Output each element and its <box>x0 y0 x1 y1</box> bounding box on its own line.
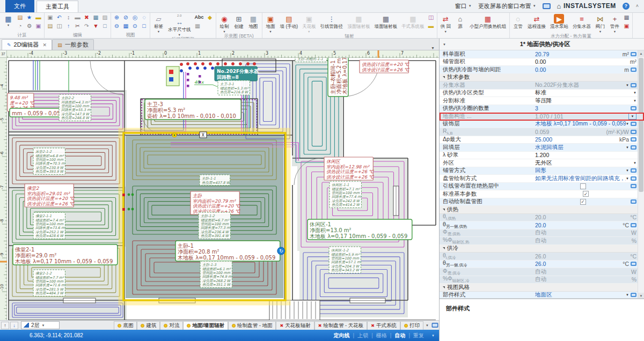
zoom-window-icon[interactable]: □ <box>140 22 148 30</box>
supply-node[interactable] <box>186 62 189 65</box>
link-monitor-icon[interactable] <box>631 262 636 266</box>
property-row-地面构造 ...[interactable]: 地面构造 ...1.070 / 101▼ <box>440 113 644 121</box>
schematic-draw-button[interactable]: ◉绘制▼ <box>218 13 231 33</box>
doc-tabs-more[interactable]: ▼ <box>431 46 435 50</box>
return-node[interactable] <box>211 66 214 69</box>
valve-button[interactable]: ⋈阀门▼ <box>594 13 607 33</box>
loop-label[interactable]: 休闲区-1-2铺设面积=5.9 m²管间距=100 mm回路长度=57.1 m冷… <box>329 247 361 273</box>
room-floor[interactable] <box>9 134 123 188</box>
wall-manual-button[interactable]: ▤墙 (手动) <box>279 13 300 30</box>
view-grid-icon[interactable]: ▦ <box>122 22 130 30</box>
paste-icon[interactable]: ▤ <box>46 22 54 30</box>
measure-icon[interactable]: ▬ <box>74 13 82 21</box>
manifold-label[interactable]: No.202F分集水器回路数=8 <box>215 66 259 81</box>
link-monitor-icon[interactable] <box>631 145 636 150</box>
loop-label[interactable]: 床垫2-1-2铺设面积=6.8 m²管间距=100 mm回路长度=70.5 m冷… <box>33 148 65 174</box>
checkbox[interactable] <box>580 183 586 189</box>
close-icon[interactable]: ✕ <box>43 42 47 48</box>
view-tab-打印[interactable]: 打印 <box>400 321 423 330</box>
supply-node[interactable] <box>201 62 204 65</box>
property-row-供热/供冷面与墙的间距[interactable]: 供热/供冷面与墙的间距0.00m <box>440 66 644 74</box>
monitor-icon[interactable] <box>543 3 551 9</box>
supply-node[interactable] <box>231 62 234 65</box>
small-hx-unit-button[interactable]: ▦小型户用换热机组 <box>468 13 508 30</box>
screen-layout-menu[interactable]: 更改屏幕的窗口布置▼ <box>478 2 536 10</box>
table-icon[interactable]: ▦ <box>194 22 202 30</box>
dropdown-arrow-icon[interactable]: ▼ <box>626 169 629 172</box>
red-small-icon[interactable]: ▣ <box>623 22 631 30</box>
zoom-previous-icon[interactable]: ◌ <box>140 13 148 21</box>
calculate-button[interactable]: ▦▼ <box>2 13 15 27</box>
view-tab-干式系统[interactable]: ✖干式系统 <box>367 321 400 330</box>
text-button[interactable]: Abc <box>194 13 205 21</box>
dropdown-arrow-icon[interactable]: ▼ <box>633 161 636 165</box>
property-row-料单面积[interactable]: 料单面积20.79m² <box>440 50 644 58</box>
chart-icon[interactable]: ▬ <box>427 22 435 30</box>
property-row-λ 砂浆[interactable]: λ 砂浆1.200 <box>440 152 644 160</box>
loop-label[interactable]: 主卧-1-3铺设面积=6.1 m²管间距=100 mm回路长度=74.9 m冷负… <box>200 261 232 287</box>
plan-canvas[interactable]: 40 xXNo.202F分集水器回路数=8主卧室内面积=20.79 m²供热设计… <box>7 58 439 320</box>
zoom-page-icon[interactable]: ⊘ <box>122 13 130 21</box>
section-视图风格[interactable]: 视图风格 <box>440 284 644 292</box>
layers-icon[interactable]: ▣ <box>34 22 42 30</box>
hatch-icon[interactable]: ▨ <box>101 13 109 21</box>
property-row-镶饰层[interactable]: 镶饰层木地板 λ=0,17 10mm - 0,059 - 0,059▼ <box>440 121 644 129</box>
return-node[interactable] <box>203 66 206 69</box>
loop-label[interactable]: 主卧-1-2铺设面积=6.7 m²管间距=100 mm回路长度=77.3 m冷负… <box>199 212 230 239</box>
window-menu[interactable]: 窗口▼ <box>455 2 472 10</box>
property-row-自动绘制盘管图[interactable]: 自动绘制盘管图✓ <box>440 198 644 206</box>
map-button[interactable]: ▦地图 <box>247 13 260 30</box>
checkbox[interactable]: ✓ <box>580 199 586 205</box>
loop-label[interactable]: 佛堂2-1-1铺设面积=7.4 m²管间距=100 mm回路长度=73.6 m冷… <box>33 212 65 239</box>
source-button[interactable]: ⌂源 <box>453 13 467 30</box>
dropdown-arrow-icon[interactable]: ▼ <box>626 122 629 125</box>
link-monitor-icon[interactable] <box>631 52 636 56</box>
property-row-R[interactable]: Rλ,B0.059(m²·K)/W <box>440 128 644 136</box>
loop-label[interactable]: 休闲区-1-1铺设面积=7.1 m²管间距=100 mm回路长度=77.4 m冷… <box>330 181 361 207</box>
view-tab-底图[interactable]: 底图 <box>114 321 137 330</box>
panel-scrollbar[interactable]: ▲ ▼ <box>638 50 644 299</box>
riser-node[interactable] <box>199 75 201 78</box>
grid-small-icon[interactable]: ▦ <box>623 13 631 21</box>
view-tab-地面/墙面辐射[interactable]: 地面/墙面辐射 <box>183 321 228 330</box>
layer-select[interactable]: 2层 ▼ <box>21 321 60 329</box>
wall-node[interactable] <box>131 194 134 196</box>
link-monitor-icon[interactable] <box>631 199 636 204</box>
image-pair-icon[interactable]: ◫ <box>427 13 435 21</box>
dropdown-button[interactable]: ▼ <box>628 113 636 120</box>
link-monitor-icon[interactable] <box>631 176 636 181</box>
wall-node[interactable] <box>128 194 130 196</box>
dropdown-arrow-icon[interactable]: ▼ <box>626 293 629 296</box>
loop-label[interactable]: 主卧2-2环路面积=4.3 m²管间距=100 mm回路长度=55.3 m冷负荷… <box>59 94 91 121</box>
wall-node[interactable] <box>131 208 134 211</box>
zoom-in-icon[interactable]: ⊕ <box>113 13 121 21</box>
wall-radiant-panel-button[interactable]: ▦墙面辐射板 <box>373 13 399 30</box>
floor-button[interactable]: ▣地面▼ <box>264 13 277 33</box>
riser-node[interactable] <box>187 85 189 87</box>
property-row-Δp最大[interactable]: Δp最大25.000kPa <box>440 136 644 144</box>
property-row-引线管布置在绝热层中[interactable]: 引线管布置在绝热层中 <box>440 183 644 191</box>
select-region-icon[interactable]: □ <box>101 22 109 30</box>
results-icon[interactable]: ▤ <box>16 13 24 21</box>
wall-node[interactable] <box>128 208 130 211</box>
loop-label[interactable]: 主卧-衣帽间-1-1 <box>295 58 327 62</box>
view-tab-建筑[interactable]: 建筑 <box>137 321 160 330</box>
property-row-%Φ[interactable]: %Φ辐射区,冷自动% <box>440 276 644 284</box>
link-monitor-icon[interactable] <box>631 68 636 72</box>
zoom-out-icon[interactable]: ⊖ <box>113 22 121 30</box>
loop-label[interactable]: 佛堂2-1-2铺设面积=7.7 m²管间距=100 mm回路长度=71.6 m冷… <box>33 270 65 296</box>
view-tabs-more[interactable]: ▼ <box>426 324 429 327</box>
dropdown-arrow-icon[interactable]: ▼ <box>626 177 629 180</box>
dimension-button[interactable]: 2.0↔水平尺寸线▼ <box>166 13 193 36</box>
table-edit-icon[interactable]: ▦ <box>92 13 100 21</box>
link-monitor-icon[interactable] <box>631 137 636 142</box>
property-row-供热/供冷圈的数量[interactable]: 供热/供冷圈的数量3 <box>440 105 644 113</box>
room-label[interactable]: 主卧室内面积=20.79 m²供热设计温度=+20 ℃供冷设计温度=+26 ℃ <box>191 191 241 214</box>
monitor-small-icon[interactable] <box>432 323 438 328</box>
leader-pipe-path-button[interactable]: ⋮引线管路径 <box>319 13 345 30</box>
dropdown-arrow-icon[interactable]: ▼ <box>633 91 636 94</box>
checkbox[interactable]: ✓ <box>583 191 589 197</box>
wizard-icon[interactable]: ★ <box>25 13 33 21</box>
riser-node[interactable] <box>187 79 189 81</box>
tab-main-tools[interactable]: 主要工具 <box>36 1 78 12</box>
